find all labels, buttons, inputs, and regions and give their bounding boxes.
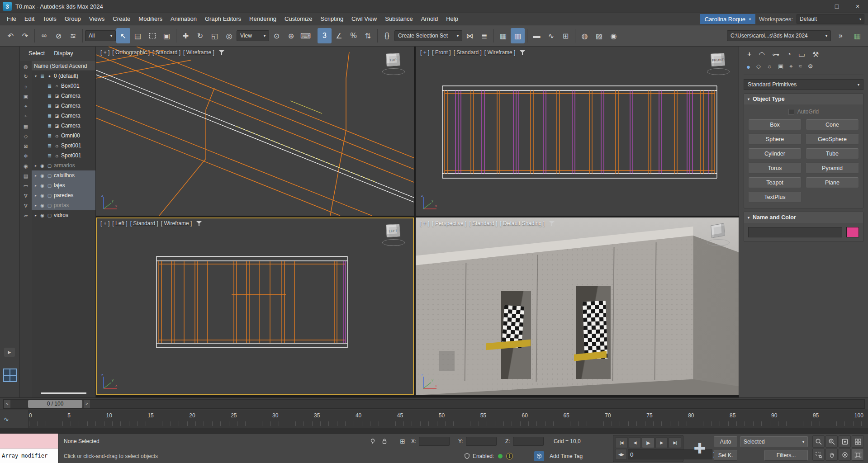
spinner-snap-icon[interactable]: ⇅ (361, 28, 375, 43)
scene-explorer-row[interactable]: Camera (32, 121, 95, 131)
macro-recorder-field[interactable] (0, 434, 58, 449)
row-visibility-icon[interactable] (39, 163, 45, 168)
row-visibility-icon[interactable] (47, 153, 52, 159)
viewcube[interactable] (705, 223, 731, 246)
select-and-scale-icon[interactable]: ◱ (208, 28, 222, 43)
viewcube-cube[interactable] (711, 223, 725, 238)
scene-explorer-row[interactable]: Spot001 (32, 141, 95, 151)
select-and-link-icon[interactable]: ∞ (37, 28, 51, 43)
scene-explorer-row[interactable]: Omni00 (32, 131, 95, 141)
scene-explorer-row[interactable]: ▸ caixilhos (32, 170, 95, 180)
cameras-category-icon[interactable]: ▣ (778, 63, 783, 71)
expand-arrow-icon[interactable]: ▸ (33, 213, 38, 217)
workspace-dropdown[interactable]: Default ▾ (797, 14, 864, 24)
expand-arrow-icon[interactable]: ▸ (33, 174, 38, 178)
x-coordinate-field[interactable] (419, 437, 450, 446)
viewcube[interactable]: LEFT (380, 223, 407, 246)
menu-group[interactable]: Group (61, 13, 85, 25)
align-icon[interactable]: ≣ (477, 28, 491, 43)
viewcube-cube[interactable]: TOP (386, 53, 400, 66)
select-and-place-icon[interactable]: ◎ (222, 28, 236, 43)
menu-views[interactable]: Views (85, 13, 109, 25)
scene-explorer-row[interactable]: Box001 (32, 81, 95, 91)
viewport-label-segment[interactable]: [ Wireframe ] (183, 49, 214, 56)
pan-hand-icon[interactable] (825, 449, 838, 461)
expand-arrow-icon[interactable]: ▾ (33, 74, 38, 78)
hierarchy-panel-tab[interactable]: ⊶ (772, 50, 779, 59)
row-visibility-icon[interactable] (47, 143, 52, 149)
plane-button[interactable]: Plane (806, 177, 859, 188)
scene-explorer-row[interactable]: ▸ paredes (32, 190, 95, 200)
textplus-button[interactable]: TextPlus (748, 191, 802, 203)
orbit-icon[interactable] (839, 449, 851, 461)
play-animation-button[interactable]: ▶ (642, 437, 655, 448)
menu-modifiers[interactable]: Modifiers (134, 13, 166, 25)
reference-coordinate-system-dropdown[interactable]: View▾ (237, 30, 269, 41)
key-filters-button[interactable]: Filters... (764, 450, 808, 461)
viewport-perspective[interactable]: [ + ][ Perspective ][ Standard ][ Defaul… (416, 217, 739, 395)
zoom-all-icon[interactable] (825, 435, 838, 448)
selection-filter-dropdown[interactable]: All▾ (85, 30, 116, 41)
menu-edit[interactable]: Edit (20, 13, 38, 25)
snaps-toggle-3d-icon[interactable]: 3 (318, 28, 332, 43)
viewport-layout-tab[interactable] (3, 369, 17, 382)
menu-civil-view[interactable]: Civil View (347, 13, 381, 25)
panel-resize-handle[interactable] (41, 392, 86, 394)
menu-file[interactable]: File (3, 13, 20, 25)
row-visibility-icon[interactable] (39, 203, 45, 208)
undo-icon[interactable]: ↶ (4, 28, 18, 43)
viewcube[interactable]: TOP (380, 52, 407, 76)
expand-arrow-icon[interactable]: ▸ (33, 164, 38, 168)
viewport-label-segment[interactable]: [ Wireframe ] (161, 220, 192, 227)
display-panel-tab[interactable]: ▭ (798, 50, 805, 59)
select-and-rotate-icon[interactable]: ↻ (193, 28, 207, 43)
go-to-start-button[interactable]: |◀ (615, 437, 628, 448)
set-key-button[interactable]: Set K. (714, 450, 737, 461)
toggle-scene-explorer-icon[interactable]: ▦ (496, 28, 510, 43)
z-coordinate-field[interactable] (513, 437, 544, 446)
explorer-filter-set-icon[interactable]: ∇ (21, 202, 30, 210)
selection-lock-icon[interactable] (379, 436, 389, 446)
scene-explorer-row[interactable]: Camera (32, 101, 95, 111)
window-crossing-icon[interactable]: ▣ (160, 28, 174, 43)
maximize-viewport-toggle-icon[interactable] (852, 449, 864, 461)
percent-snap-icon[interactable]: % (346, 28, 360, 43)
scene-explorer-row[interactable]: ▸ lajes (32, 180, 95, 190)
move-transform-large-icon[interactable]: ✚ (689, 436, 711, 461)
mini-curve-editor-button[interactable]: ∿ (4, 416, 9, 423)
curve-editor-icon[interactable]: ∿ (544, 28, 558, 43)
row-visibility-icon[interactable] (39, 193, 45, 198)
viewport-label-segment[interactable]: [ Orthographic ] (112, 49, 150, 56)
display-bones-icon[interactable]: ⊠ (21, 142, 30, 150)
select-and-manipulate-icon[interactable]: ⊕ (284, 28, 298, 43)
unlink-selection-icon[interactable]: ⊘ (52, 28, 66, 43)
angle-snap-icon[interactable]: ∠ (332, 28, 346, 43)
expand-arrow-icon[interactable]: ▸ (33, 203, 38, 208)
viewport-label-segment[interactable]: [ Standard ] (454, 49, 482, 56)
viewport-label-segment[interactable]: [ Left ] (112, 220, 127, 227)
zoom-extents-all-icon[interactable] (852, 435, 864, 448)
selected-key-set-dropdown[interactable]: Selected ▾ (740, 436, 808, 447)
go-to-end-button[interactable]: ▶| (669, 437, 681, 448)
keyboard-shortcut-override-icon[interactable]: ⌨ (299, 28, 313, 43)
scene-explorer-row[interactable]: ▾ 0 (default) (32, 71, 95, 81)
primitive-category-dropdown[interactable]: Standard Primitives ▾ (744, 79, 863, 90)
name-color-rollout-header[interactable]: ▾ Name and Color (744, 212, 863, 223)
display-shapes-icon[interactable]: ◇ (21, 132, 30, 140)
row-visibility-icon[interactable] (39, 173, 45, 178)
zoom-extents-icon[interactable] (839, 435, 851, 448)
helpers-category-icon[interactable]: ⌖ (789, 63, 792, 71)
per-viewport-filter-icon[interactable] (549, 221, 555, 227)
explorer-tab-display[interactable]: Display (50, 50, 77, 61)
select-object-icon[interactable]: ↖ (116, 28, 130, 43)
display-lights-icon[interactable]: ☼ (21, 82, 30, 90)
box-button[interactable]: Box (748, 119, 802, 130)
close-button[interactable]: × (847, 0, 868, 13)
pyramid-button[interactable]: Pyramid (806, 162, 859, 174)
tube-button[interactable]: Tube (806, 148, 859, 159)
layout-strip-expand-button[interactable]: ▶ (4, 348, 15, 357)
render-production-icon[interactable]: ◉ (607, 28, 621, 43)
systems-category-icon[interactable]: ⚙ (808, 63, 813, 71)
modify-panel-tab[interactable]: ◠ (759, 50, 765, 59)
lights-category-icon[interactable]: ☼ (767, 63, 772, 71)
